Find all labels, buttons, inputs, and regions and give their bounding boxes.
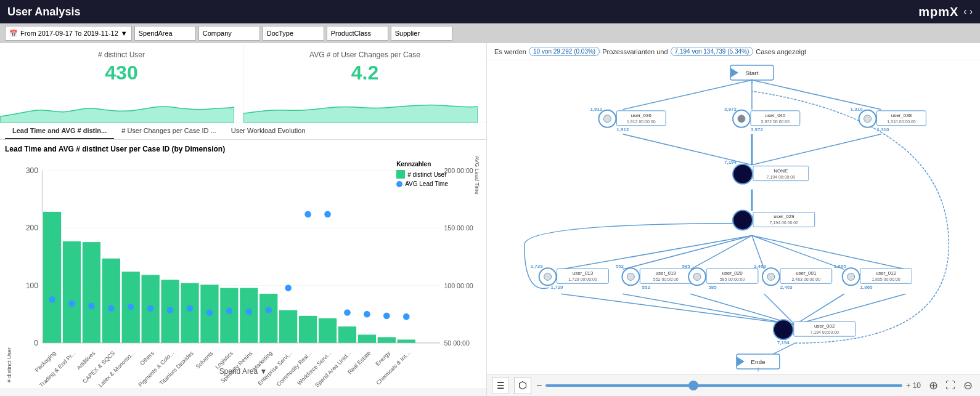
svg-point-16	[68, 301, 75, 307]
company-filter[interactable]: Company	[198, 26, 260, 41]
legend-color-distinct-user	[396, 170, 405, 179]
svg-text:user_040: user_040	[765, 113, 786, 118]
svg-rect-13	[43, 212, 61, 343]
svg-point-24	[147, 305, 154, 312]
svg-point-22	[128, 304, 134, 310]
svg-text:7,194  00:00:00: 7,194 00:00:00	[770, 220, 799, 225]
svg-point-30	[206, 309, 213, 316]
svg-text:user_012: user_012	[876, 270, 897, 276]
doctype-filter[interactable]: DocType	[263, 26, 324, 41]
svg-point-160	[774, 320, 793, 339]
kpi-avg-changes-label: AVG # of User Changes per Case	[309, 51, 420, 59]
svg-rect-15	[63, 241, 81, 343]
svg-text:150 00:00: 150 00:00	[444, 224, 473, 232]
process-info-text3: Cases angezeigt	[756, 48, 806, 55]
graph-icon: ⬡	[518, 379, 527, 391]
svg-text:user_013: user_013	[573, 270, 594, 276]
nav-next-button[interactable]: ›	[970, 6, 973, 17]
svg-point-14	[49, 296, 55, 303]
svg-line-76	[752, 134, 881, 165]
supplier-filter[interactable]: Supplier	[391, 26, 452, 41]
nav-prev-button[interactable]: ‹	[963, 6, 966, 17]
bar-chart-svg: 300 200 100 0 200 00:00 150 00:00 100 00…	[14, 156, 473, 382]
graph-button[interactable]: ⬡	[514, 377, 531, 394]
svg-text:Others: Others	[139, 350, 155, 366]
tab-user-changes[interactable]: # User Changes per Case ID ...	[114, 123, 223, 139]
main-content: # distinct User 430 AVG # of User Change…	[0, 43, 980, 396]
kpi-avg-changes-chart	[243, 92, 478, 123]
svg-text:Workforce Servi...: Workforce Servi...	[296, 350, 332, 386]
svg-text:552: 552	[642, 285, 651, 290]
svg-point-121	[733, 211, 753, 230]
svg-line-78	[561, 235, 752, 269]
svg-text:Energy: Energy	[374, 350, 391, 367]
svg-text:user_029: user_029	[774, 214, 794, 219]
svg-text:Commodity Resi...: Commodity Resi...	[276, 350, 313, 387]
svg-text:100 00:00: 100 00:00	[444, 282, 473, 289]
spendarea-filter[interactable]: SpendArea	[134, 26, 196, 41]
menu-button[interactable]: ☰	[492, 377, 509, 394]
slider-thumb[interactable]	[688, 381, 698, 390]
svg-text:3,972: 3,972	[751, 127, 764, 132]
svg-rect-49	[398, 339, 415, 342]
svg-rect-45	[358, 334, 376, 342]
process-info-text2: Prozessvarianten und	[602, 48, 668, 55]
svg-line-89	[795, 294, 906, 325]
page-title: User Analysis	[7, 6, 80, 18]
tab-lead-time[interactable]: Lead Time and AVG # distin...	[5, 123, 114, 139]
svg-text:3,972: 3,972	[724, 107, 737, 112]
doctype-label: DocType	[267, 30, 293, 37]
header: User Analysis mpmX ‹ ›	[0, 0, 980, 23]
zoom-icons: ⊕ ⛶ ⊖	[926, 378, 975, 393]
svg-rect-27	[181, 283, 198, 343]
svg-rect-31	[220, 288, 238, 343]
process-badge2[interactable]: 7,194 von 134,739 (5.34%)	[671, 47, 754, 56]
svg-text:1,912: 1,912	[590, 107, 603, 112]
y-axis-right-label: AVG Lead Time	[473, 156, 481, 382]
productclass-filter[interactable]: ProductClass	[327, 26, 388, 41]
svg-text:7,194  00:00:00: 7,194 00:00:00	[767, 175, 796, 179]
kpi-distinct-user-chart	[0, 92, 234, 123]
svg-text:100: 100	[26, 281, 38, 290]
kpi-distinct-user: # distinct User 430	[0, 43, 243, 123]
svg-text:1,310: 1,310	[877, 127, 890, 132]
svg-text:1,912  00:00:00: 1,912 00:00:00	[627, 119, 656, 124]
svg-text:1,865: 1,865	[860, 285, 873, 290]
legend-distinct-user: # distinct User	[396, 170, 448, 179]
svg-text:7,194  00:00:00: 7,194 00:00:00	[810, 330, 839, 334]
svg-text:2,463: 2,463	[780, 285, 793, 290]
svg-text:1: 1	[750, 78, 753, 84]
svg-text:200 00:00: 200 00:00	[444, 167, 473, 174]
date-filter[interactable]: 📅 From 2017-09-17 To 2019-11-12 ▼	[5, 26, 132, 41]
svg-text:Start: Start	[745, 70, 758, 76]
svg-point-36	[265, 307, 272, 313]
process-badge1[interactable]: 10 von 29,292 (0.03%)	[529, 47, 600, 56]
svg-point-44	[344, 309, 351, 316]
y-axis-label: # distinct User	[5, 156, 14, 382]
svg-text:NONE: NONE	[774, 168, 788, 174]
zoom-in-icon[interactable]: ⊕	[926, 378, 941, 393]
svg-rect-39	[299, 316, 317, 343]
slider-track[interactable]	[545, 384, 902, 387]
svg-text:1,729: 1,729	[531, 264, 544, 269]
svg-text:7,194: 7,194	[777, 340, 790, 345]
svg-text:user_002: user_002	[814, 323, 835, 329]
nav-controls: ‹ ›	[963, 6, 973, 17]
svg-point-141	[693, 273, 701, 280]
zoom-out-icon[interactable]: ⊖	[960, 378, 975, 393]
kpi-avg-changes: AVG # of User Changes per Case 4.2	[243, 43, 486, 123]
svg-point-46	[364, 311, 370, 318]
svg-text:Chemicals & Int...: Chemicals & Int...	[375, 350, 412, 386]
date-range-text: From 2017-09-17 To 2019-11-12	[20, 30, 118, 37]
horizontal-scrollbar[interactable]	[0, 389, 486, 396]
svg-text:0: 0	[34, 339, 38, 347]
svg-text:1: 1	[756, 366, 759, 373]
tab-workload[interactable]: User Workload Evolution	[224, 123, 313, 139]
company-label: Company	[203, 30, 232, 37]
svg-text:user_020: user_020	[722, 270, 743, 276]
svg-text:7,194: 7,194	[724, 160, 737, 165]
svg-text:552: 552	[616, 264, 624, 269]
svg-point-32	[226, 308, 233, 315]
chart-area: Lead Time and AVG # distinct User per Ca…	[0, 140, 486, 389]
zoom-fit-icon[interactable]: ⛶	[943, 378, 958, 393]
